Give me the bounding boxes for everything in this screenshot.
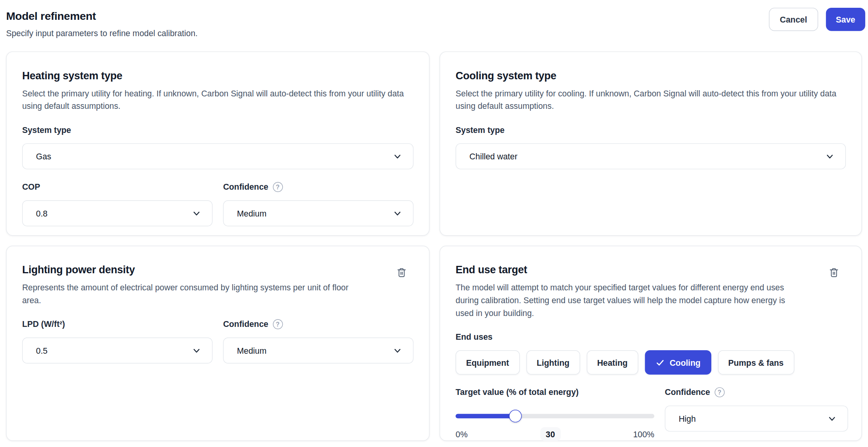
confidence-field: Confidence High	[665, 387, 848, 441]
target-value-label: Target value (% of total energy)	[456, 387, 579, 398]
trash-icon	[396, 267, 407, 278]
heating-confidence-select[interactable]: Medium	[223, 200, 414, 226]
card-title: Lighting power density	[22, 264, 413, 277]
heating-cop-select[interactable]: 0.8	[22, 200, 213, 226]
card-description: Select the primary utility for cooling. …	[456, 87, 846, 112]
help-icon[interactable]	[273, 182, 283, 192]
confidence-field: Confidence Medium	[223, 182, 414, 226]
chevron-down-icon	[825, 152, 834, 161]
cop-confidence-row: COP 0.8 Confidence Medium	[22, 182, 413, 226]
heating-system-type-select[interactable]: Gas	[22, 143, 413, 169]
lighting-confidence-select[interactable]: Medium	[223, 337, 414, 363]
end-use-chip-heating[interactable]: Heating	[586, 350, 638, 375]
lpd-label: LPD (W/ft²)	[22, 319, 65, 330]
slider-fill	[456, 414, 515, 418]
system-type-label: System type	[22, 124, 71, 135]
end-use-chip-pumps-fans[interactable]: Pumps & fans	[718, 350, 794, 375]
card-description: Select the primary utility for heating. …	[22, 87, 413, 112]
target-confidence-row: Target value (% of total energy) 0% 30 1…	[456, 387, 846, 441]
help-icon[interactable]	[714, 387, 724, 397]
page-subtitle: Specify input parameters to refine model…	[6, 28, 865, 38]
system-type-field: System type Gas	[22, 124, 413, 169]
slider-min-label: 0%	[456, 430, 468, 439]
card-description: Represents the amount of electrical powe…	[22, 281, 366, 306]
lighting-power-density-card: Lighting power density Represents the am…	[6, 246, 430, 441]
cop-label: COP	[22, 182, 40, 192]
end-use-chip-equipment[interactable]: Equipment	[456, 350, 520, 375]
trash-icon	[829, 267, 839, 278]
save-button[interactable]: Save	[826, 8, 865, 31]
end-use-confidence-select[interactable]: High	[665, 405, 848, 431]
lpd-confidence-row: LPD (W/ft²) 0.5 Confidence Medium	[22, 319, 413, 363]
chevron-down-icon	[828, 414, 836, 423]
end-use-options: Equipment Lighting Heating Cooling Pumps…	[456, 350, 846, 375]
lpd-select[interactable]: 0.5	[22, 337, 213, 363]
page-title: Model refinement	[6, 9, 865, 23]
cop-field: COP 0.8	[22, 182, 213, 226]
slider-labels: 0% 30 100%	[456, 427, 654, 441]
chevron-down-icon	[393, 209, 402, 218]
system-type-field: System type Chilled water	[456, 124, 846, 169]
card-title: Cooling system type	[456, 69, 846, 82]
slider-value-badge: 30	[540, 427, 560, 441]
page-header: Model refinement Specify input parameter…	[0, 0, 868, 39]
end-use-chip-cooling[interactable]: Cooling	[645, 350, 711, 375]
chevron-down-icon	[192, 209, 201, 218]
confidence-label: Confidence	[223, 182, 268, 192]
card-title: Heating system type	[22, 69, 413, 82]
chevron-down-icon	[192, 346, 201, 355]
slider-track[interactable]	[456, 414, 654, 418]
lpd-field: LPD (W/ft²) 0.5	[22, 319, 213, 363]
cancel-button[interactable]: Cancel	[769, 8, 818, 31]
confidence-label: Confidence	[223, 319, 268, 330]
model-refinement-page: Model refinement Specify input parameter…	[0, 0, 868, 447]
cooling-system-type-select[interactable]: Chilled water	[456, 143, 846, 169]
end-uses-field: End uses Equipment Lighting Heating Cool…	[456, 332, 846, 375]
end-use-target-card: End use target The model will attempt to…	[439, 246, 862, 441]
help-icon[interactable]	[273, 319, 283, 329]
chevron-down-icon	[393, 152, 402, 161]
target-value-slider[interactable]	[456, 409, 654, 422]
confidence-label: Confidence	[665, 387, 710, 398]
cards-grid: Heating system type Select the primary u…	[0, 51, 868, 441]
end-uses-label: End uses	[456, 332, 493, 342]
cooling-system-card: Cooling system type Select the primary u…	[439, 51, 862, 236]
target-value-field: Target value (% of total energy) 0% 30 1…	[456, 387, 654, 441]
card-title: End use target	[456, 264, 846, 277]
slider-max-label: 100%	[633, 430, 654, 439]
chevron-down-icon	[393, 346, 402, 355]
header-actions: Cancel Save	[769, 8, 865, 31]
system-type-label: System type	[456, 124, 505, 135]
check-icon	[655, 358, 665, 367]
delete-card-button[interactable]	[828, 266, 840, 279]
end-use-chip-lighting[interactable]: Lighting	[526, 350, 580, 375]
confidence-field: Confidence Medium	[223, 319, 414, 363]
heating-system-card: Heating system type Select the primary u…	[6, 51, 430, 236]
slider-thumb[interactable]	[509, 409, 522, 422]
card-description: The model will attempt to match your spe…	[456, 281, 805, 319]
delete-card-button[interactable]	[395, 266, 408, 279]
